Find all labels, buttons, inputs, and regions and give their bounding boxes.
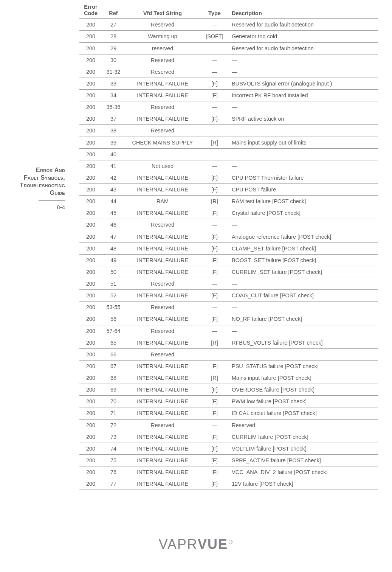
cell-description: Crystal failure [POST check] xyxy=(229,207,378,219)
cell-type: [R] xyxy=(200,196,229,207)
cell-error-code: 200 xyxy=(79,266,102,278)
table-row: 20033INTERNAL FAILURE[F]BUSVOLTS signal … xyxy=(79,78,378,89)
cell-type: [F] xyxy=(200,313,229,325)
table-header-row: ErrorCode Ref Vfd Text String Type Descr… xyxy=(79,2,378,19)
section-title-line: Troubleshooting xyxy=(20,182,65,188)
main-content: ErrorCode Ref Vfd Text String Type Descr… xyxy=(79,2,378,490)
cell-error-code: 200 xyxy=(79,54,102,66)
table-row: 20053-55Reserved—— xyxy=(79,302,378,313)
cell-type: [F] xyxy=(200,360,229,372)
cell-ref: 57-64 xyxy=(102,325,125,337)
cell-vfd: Reserved xyxy=(125,219,200,231)
cell-vfd: Reserved xyxy=(125,325,200,337)
cell-description: Incorrect PK RF board installed xyxy=(229,90,378,101)
table-row: 20042INTERNAL FAILURE[F]CPU POST Thermis… xyxy=(79,172,378,183)
cell-type: — xyxy=(200,419,229,431)
logo-part1: VAPR xyxy=(159,536,198,552)
cell-type: [F] xyxy=(200,266,229,278)
cell-type: [F] xyxy=(200,78,229,89)
table-row: 20048INTERNAL FAILURE[F]CLAMP_SET failur… xyxy=(79,242,378,254)
cell-vfd: INTERNAL FAILURE xyxy=(125,78,200,89)
cell-vfd: INTERNAL FAILURE xyxy=(125,384,200,396)
cell-vfd: INTERNAL FAILURE xyxy=(125,313,200,325)
cell-error-code: 200 xyxy=(79,42,102,54)
cell-description: PSU_STATUS failure [POST check] xyxy=(229,360,378,372)
table-row: 20068INTERNAL FAILURE[R]Mains input fail… xyxy=(79,372,378,384)
table-row: 20057-64Reserved—— xyxy=(79,325,378,337)
col-type: Type xyxy=(200,2,229,19)
cell-error-code: 200 xyxy=(79,396,102,407)
cell-type: — xyxy=(200,160,229,172)
cell-vfd: INTERNAL FAILURE xyxy=(125,184,200,196)
cell-error-code: 200 xyxy=(79,19,102,31)
cell-ref: 34 xyxy=(102,90,125,101)
cell-description: — xyxy=(229,278,378,290)
section-title-line: Fault Symbols, xyxy=(24,174,65,181)
cell-ref: 29 xyxy=(102,42,125,54)
cell-type: [F] xyxy=(200,207,229,219)
cell-vfd: reserved xyxy=(125,42,200,54)
cell-ref: 71 xyxy=(102,407,125,419)
table-row: 20065INTERNAL FAILURE[R]RFBUS_VOLTS fail… xyxy=(79,337,378,348)
cell-ref: 72 xyxy=(102,419,125,431)
cell-type: [F] xyxy=(200,431,229,443)
cell-type: [F] xyxy=(200,396,229,407)
table-row: 20041Not used—— xyxy=(79,160,378,172)
cell-vfd: INTERNAL FAILURE xyxy=(125,372,200,384)
table-row: 20040——— xyxy=(79,148,378,160)
brand-logo: VAPRVUE® xyxy=(159,536,234,552)
table-row: 20044RAM[R]RAM test failure [POST check] xyxy=(79,196,378,207)
cell-description: CPU POST failure xyxy=(229,184,378,196)
cell-ref: 73 xyxy=(102,431,125,443)
logo-part2: VUE xyxy=(198,536,228,552)
cell-error-code: 200 xyxy=(79,348,102,360)
cell-error-code: 200 xyxy=(79,207,102,219)
section-title: Error And Fault Symbols, Troubleshooting… xyxy=(0,166,65,197)
table-row: 20038Reserved—— xyxy=(79,125,378,137)
cell-error-code: 200 xyxy=(79,160,102,172)
cell-vfd: INTERNAL FAILURE xyxy=(125,290,200,302)
cell-error-code: 200 xyxy=(79,407,102,419)
cell-vfd: INTERNAL FAILURE xyxy=(125,90,200,101)
cell-description: Mains input supply out of limits xyxy=(229,137,378,148)
table-row: 20075INTERNAL FAILURE[F]SPRF_ACTIVE fail… xyxy=(79,454,378,466)
sidebar-divider xyxy=(39,201,65,201)
cell-type: — xyxy=(200,278,229,290)
cell-vfd: CHECK MAINS SUPPLY xyxy=(125,137,200,148)
cell-vfd: Reserved xyxy=(125,419,200,431)
table-row: 20047INTERNAL FAILURE[F]Analogue referen… xyxy=(79,231,378,242)
section-title-line: Guide xyxy=(50,190,65,196)
cell-error-code: 200 xyxy=(79,372,102,384)
cell-vfd: INTERNAL FAILURE xyxy=(125,431,200,443)
cell-error-code: 200 xyxy=(79,302,102,313)
cell-ref: 45 xyxy=(102,207,125,219)
cell-vfd: INTERNAL FAILURE xyxy=(125,337,200,348)
cell-error-code: 200 xyxy=(79,184,102,196)
cell-ref: 42 xyxy=(102,172,125,183)
cell-type: [F] xyxy=(200,113,229,125)
cell-description: SPRF active stuck on xyxy=(229,113,378,125)
cell-ref: 65 xyxy=(102,337,125,348)
cell-ref: 31-32 xyxy=(102,66,125,78)
table-row: 20034INTERNAL FAILURE[F]Incorrect PK RF … xyxy=(79,90,378,101)
cell-description: — xyxy=(229,302,378,313)
sidebar: Error And Fault Symbols, Troubleshooting… xyxy=(0,166,76,210)
cell-type: — xyxy=(200,42,229,54)
cell-type: — xyxy=(200,19,229,31)
cell-type: [F] xyxy=(200,466,229,478)
cell-vfd: INTERNAL FAILURE xyxy=(125,396,200,407)
cell-type: — xyxy=(200,148,229,160)
table-row: 20077INTERNAL FAILURE[F]12V failure [POS… xyxy=(79,478,378,490)
cell-description: — xyxy=(229,66,378,78)
logo-registered-icon: ® xyxy=(229,539,233,545)
cell-error-code: 200 xyxy=(79,31,102,42)
cell-type: [F] xyxy=(200,443,229,454)
cell-error-code: 200 xyxy=(79,325,102,337)
cell-type: [F] xyxy=(200,172,229,183)
cell-type: [F] xyxy=(200,454,229,466)
cell-type: — xyxy=(200,101,229,113)
cell-vfd: INTERNAL FAILURE xyxy=(125,242,200,254)
cell-error-code: 200 xyxy=(79,137,102,148)
cell-description: BUSVOLTS signal error (analogue input ) xyxy=(229,78,378,89)
cell-ref: 68 xyxy=(102,372,125,384)
